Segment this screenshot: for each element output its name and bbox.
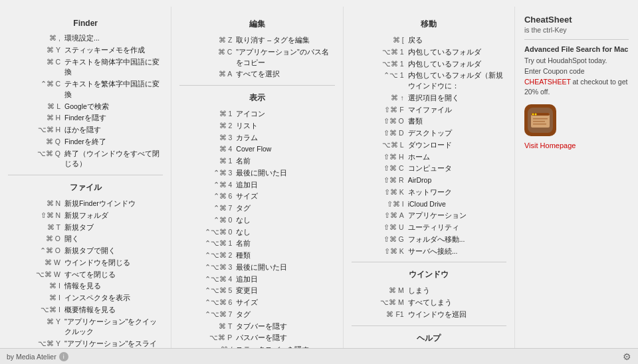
shortcut-row: ⌃⌥⌘ 0なし (179, 227, 334, 238)
shortcut-row: ⌘ C"アプリケーション"のパス名をコピー (179, 47, 334, 68)
shortcut-row: ⌃⌥⌘ 5変更日 (179, 286, 334, 296)
shortcut-row: ⌘ Y"アプリケーション"をクイックルック (8, 317, 163, 338)
shortcut-row: ⇧⌘ Cコンピュータ (352, 163, 506, 174)
hyoji-rows: ⌘ 1アイコン ⌘ 2リスト ⌘ 3カラム ⌘ 4Cover Flow ⌘ 1名… (179, 109, 334, 364)
shortcut-row: ⌘ Iインスペクタを表示 (8, 293, 163, 304)
shortcut-row: ⌘ HFinderを隠す (8, 113, 163, 124)
shortcut-row: ⌃⌘ 3最後に開いた日 (179, 168, 334, 179)
shortcut-row: ⌃⌥⌘ 7タグ (179, 310, 334, 320)
shortcut-row: ⌘ ↑選択項目を開く (352, 93, 506, 104)
shortcut-row: ⌥⌘ 1内包しているフォルダ (352, 47, 506, 58)
shortcut-row: ⌥⌘ Pパスバーを隠す (179, 333, 334, 343)
shortcut-row: ⌘ LGoogleで検索 (8, 102, 163, 112)
ad-title: CheatSheet (524, 15, 629, 25)
svg-rect-5 (533, 118, 548, 120)
henshu-section-title: 編集 (179, 19, 334, 30)
shortcut-row: ⌘ ,環境設定... (8, 33, 163, 44)
shortcut-row: ⇧⌘ Fマイファイル (352, 105, 506, 116)
ad-app-icon (524, 104, 556, 136)
shortcut-row: ⇧⌘ O書類 (352, 116, 506, 127)
ad-text: Try out HoudahSpot today. Enter Coupon c… (524, 56, 629, 98)
shortcut-row: ⌃⌘ 4追加日 (179, 180, 334, 191)
svg-rect-7 (533, 124, 546, 125)
shortcut-row: ⇧⌘ Gフォルダへ移動... (352, 234, 506, 245)
shortcut-row: ⌥⌘ Q終了（ウインドウをすべて閉じる） (8, 149, 163, 170)
shortcut-row: ⌘ 1アイコン (179, 109, 334, 120)
shortcut-row: ⌃⌘ Cテキストを繁体字中国語に変換 (8, 79, 163, 100)
finder-section-title: Finder (8, 19, 163, 28)
shortcut-row: ⌥⌘ Wすべてを閉じる (8, 270, 163, 280)
shortcut-row: ⌥⌘ Lダウンロード (352, 140, 506, 151)
shortcut-row: ⌘ Cテキストを簡体字中国語に変換 (8, 57, 163, 78)
shortcut-row: ⌘ 2リスト (179, 121, 334, 132)
shortcut-row: ⌃⌥⌘ 4追加日 (179, 274, 334, 285)
shortcut-row: ⌘ N新規Finderウインドウ (8, 199, 163, 209)
shortcut-row: ⌃⌥⌘ 6サイズ (179, 298, 334, 308)
idou-section-title: 移動 (352, 19, 506, 30)
shortcut-row: ⌃⌘ 6サイズ (179, 191, 334, 202)
ad-subtitle: is the ctrl-Key (524, 26, 629, 34)
shortcut-row: ⌃⌘ O新規タブで開く (8, 246, 163, 256)
shortcut-row: ⇧⌘ Aアプリケーション (352, 211, 506, 221)
shortcut-row: ⇧⌘ Kサーバへ接続... (352, 246, 506, 257)
shortcut-row: ⌘ 4Cover Flow (179, 144, 334, 155)
media-atelier-icon: i (59, 352, 68, 361)
visit-homepage-link[interactable]: Visit Homepage (524, 141, 576, 149)
finder-rows: ⌘ ,環境設定... ⌘ Yスティッキーメモを作成 ⌘ Cテキストを簡体字中国語… (8, 33, 163, 169)
shortcut-row: ⌥⌘ 1内包しているフォルダ (352, 59, 506, 70)
settings-gear-icon[interactable]: ⚙ (623, 351, 631, 362)
shortcut-row: ⌘ O開く (8, 234, 163, 244)
window-rows: ⌘ Mしまう ⌥⌘ Mすべてしまう ⌘ F1ウインドウを巡回 (352, 286, 506, 319)
cheatsheet-link[interactable]: CHEATSHEET (524, 78, 571, 86)
svg-point-3 (532, 114, 534, 116)
svg-rect-6 (533, 121, 545, 122)
main-content: Finder ⌘ ,環境設定... ⌘ Yスティッキーメモを作成 ⌘ Cテキスト… (0, 0, 638, 364)
file-rows: ⌘ N新規Finderウインドウ ⇧⌘ N新規フォルダ ⌘ T新規タブ ⌘ O開… (8, 199, 163, 364)
shortcut-row: ⌘ Wウインドウを閉じる (8, 258, 163, 268)
shortcut-row: ⌘ Z取り消す – タグを編集 (179, 35, 334, 46)
shortcut-row: ⌘ T新規タブ (8, 223, 163, 233)
svg-point-4 (534, 114, 536, 116)
shortcut-row: ⇧⌘ RAirDrop (352, 175, 506, 186)
shortcut-row: ⇧⌘ Dデスクトップ (352, 128, 506, 139)
shortcut-row: ⌘ F1ウインドウを巡回 (352, 310, 506, 320)
shortcut-row: ⇧⌘ Uユーティリティ (352, 223, 506, 233)
shortcut-row: ⌥⌘ Mすべてしまう (352, 298, 506, 308)
shortcut-row: ⌥⌘ Hほかを隠す (8, 125, 163, 136)
file-section-title: ファイル (8, 182, 163, 193)
shortcut-row: ⇧⌘ IiCloud Drive (352, 199, 506, 210)
shortcut-row: ⌘ Mしまう (352, 286, 506, 296)
hyoji-section-title: 表示 (179, 92, 334, 104)
finder-column: Finder ⌘ ,環境設定... ⌘ Yスティッキーメモを作成 ⌘ Cテキスト… (0, 7, 171, 364)
help-section-title: ヘルプ (352, 333, 506, 344)
footer-label: by Media Atelier (7, 353, 56, 361)
shortcut-row: ⌥⌘ I概要情報を見る (8, 305, 163, 316)
henshu-column: 編集 ⌘ Z取り消す – タグを編集 ⌘ C"アプリケーション"のパス名をコピー… (171, 7, 343, 364)
shortcut-row: ⌘ QFinderを終了 (8, 137, 163, 147)
shortcut-row: ⌘ I情報を見る (8, 281, 163, 292)
shortcut-row: ⌘ Aすべてを選択 (179, 69, 334, 80)
ad-column: CheatSheet is the ctrl-Key Advanced File… (515, 7, 638, 364)
shortcut-row: ⇧⌘ Hホーム (352, 152, 506, 163)
shortcut-row: ⌘ 1名前 (179, 156, 334, 167)
shortcut-row: ⌘ [戻る (352, 35, 506, 46)
shortcut-row: ⌃⌥⌘ 3最後に開いた日 (179, 262, 334, 273)
shortcut-row: ⌃⌘ 0なし (179, 215, 334, 226)
shortcut-row: ⇧⌘ N新規フォルダ (8, 211, 163, 221)
shortcut-row: ⌘ Tタブバーを隠す (179, 321, 334, 332)
window-section-title: ウインドウ (352, 269, 506, 280)
footer: by Media Atelier i ⚙ (0, 348, 638, 364)
henshu-rows: ⌘ Z取り消す – タグを編集 ⌘ C"アプリケーション"のパス名をコピー ⌘ … (179, 35, 334, 80)
shortcut-row: ⌘ Yスティッキーメモを作成 (8, 45, 163, 56)
shortcut-row: ⌃⌥ 1内包しているフォルダ（新規ウインドウに： (352, 70, 506, 92)
shortcut-row: ⌃⌘ 7タグ (179, 203, 334, 214)
shortcut-row: ⌃⌥⌘ 1名前 (179, 238, 334, 249)
footer-left: by Media Atelier i (7, 352, 68, 361)
ad-body: Advanced File Search for Mac (524, 45, 629, 53)
idou-rows: ⌘ [戻る ⌥⌘ 1内包しているフォルダ ⌥⌘ 1内包しているフォルダ ⌃⌥ 1… (352, 35, 506, 256)
shortcut-row: ⌃⌥⌘ 2種類 (179, 250, 334, 261)
shortcut-row: ⇧⌘ Kネットワーク (352, 187, 506, 198)
idou-column: 移動 ⌘ [戻る ⌥⌘ 1内包しているフォルダ ⌥⌘ 1内包しているフォルダ ⌃… (344, 7, 515, 364)
shortcut-row: ⌘ 3カラム (179, 133, 334, 143)
